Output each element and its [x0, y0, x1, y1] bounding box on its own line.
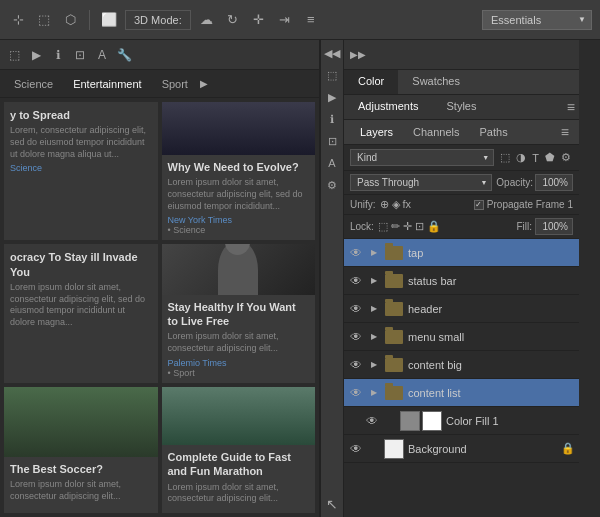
- fill-input[interactable]: 100%: [535, 218, 573, 235]
- layer-visibility-icon[interactable]: 👁: [348, 329, 364, 345]
- tab-styles[interactable]: Styles: [433, 95, 491, 119]
- list-item[interactable]: Stay Healthy If You Want to Live Free Lo…: [162, 244, 316, 382]
- workspace-dropdown[interactable]: Essentials: [482, 10, 592, 30]
- collapse-left-icon[interactable]: ◀◀: [323, 44, 341, 62]
- layer-visibility-icon[interactable]: 👁: [348, 441, 364, 457]
- list-item[interactable]: Why We Need to Evolve? Lorem ipsum dolor…: [162, 102, 316, 240]
- layer-item-tap[interactable]: 👁 ▶ tap: [344, 239, 579, 267]
- tab-layers[interactable]: Layers: [350, 121, 403, 143]
- layer-item-status-bar[interactable]: 👁 ▶ status bar: [344, 267, 579, 295]
- kind-dropdown[interactable]: Kind: [350, 149, 494, 166]
- layer-expand-icon[interactable]: ▶: [368, 331, 380, 343]
- middle-icon-7[interactable]: ⚙: [323, 176, 341, 194]
- filter-shape-icon[interactable]: ⬟: [543, 150, 557, 165]
- cat-science[interactable]: Science: [4, 74, 63, 94]
- rotate-icon[interactable]: ↻: [223, 10, 243, 30]
- article-title: The Best Soccer?: [10, 462, 152, 476]
- layer-visibility-icon[interactable]: 👁: [348, 357, 364, 373]
- left-tool-1[interactable]: ⬚: [6, 47, 22, 63]
- layer-item-color-fill[interactable]: 👁 Color Fill 1: [344, 407, 579, 435]
- more-icon[interactable]: ≡: [301, 10, 321, 30]
- push-icon[interactable]: ⇥: [275, 10, 295, 30]
- layer-visibility-icon[interactable]: 👁: [348, 385, 364, 401]
- middle-icon-5[interactable]: ⊡: [323, 132, 341, 150]
- layer-visibility-icon[interactable]: 👁: [348, 273, 364, 289]
- cat-entertainment[interactable]: Entertainment: [63, 74, 151, 94]
- layer-expand-icon[interactable]: ▶: [368, 303, 380, 315]
- layer-expand-icon[interactable]: ▶: [368, 359, 380, 371]
- left-tool-4[interactable]: ⊡: [72, 47, 88, 63]
- lock-position-icon[interactable]: ✛: [403, 220, 412, 233]
- middle-icon-2[interactable]: ⬚: [323, 66, 341, 84]
- tab-color[interactable]: Color: [344, 70, 398, 94]
- adj-options-icon[interactable]: ≡: [563, 95, 579, 119]
- unify-pos-icon[interactable]: ⊕: [380, 198, 389, 211]
- layer-expand-placeholder: [384, 415, 396, 427]
- filter-type-icon[interactable]: T: [530, 151, 541, 165]
- left-tool-3[interactable]: ℹ: [50, 47, 66, 63]
- lock-artboard-icon[interactable]: ⊡: [415, 220, 424, 233]
- filter-pixel-icon[interactable]: ⬚: [498, 150, 512, 165]
- tab-adjustments[interactable]: Adjustments: [344, 95, 433, 119]
- unify-style-icon[interactable]: ◈: [392, 198, 400, 211]
- 3d-icon[interactable]: ⬜: [99, 10, 119, 30]
- tab-swatches[interactable]: Swatches: [398, 70, 474, 94]
- filter-adjust-icon[interactable]: ◑: [514, 150, 528, 165]
- tab-channels[interactable]: Channels: [403, 121, 469, 143]
- opacity-control: Opacity: 100%: [496, 174, 573, 191]
- opacity-input[interactable]: 100%: [535, 174, 573, 191]
- propagate-checkbox[interactable]: ✓: [474, 200, 484, 210]
- layer-item-content-big[interactable]: 👁 ▶ content big: [344, 351, 579, 379]
- layer-item-background[interactable]: 👁 Background 🔒: [344, 435, 579, 463]
- cat-sport[interactable]: Sport: [152, 74, 198, 94]
- main-toolbar: ⊹ ⬚ ⬡ ⬜ 3D Mode: ☁ ↻ ✛ ⇥ ≡ Essentials: [0, 0, 600, 40]
- filter-smart-icon[interactable]: ⚙: [559, 150, 573, 165]
- article-body: Lorem ipsum dolor sit amet, consectetur …: [168, 482, 310, 505]
- tab-paths[interactable]: Paths: [470, 121, 518, 143]
- layer-visibility-icon[interactable]: 👁: [364, 413, 380, 429]
- layer-visibility-icon[interactable]: 👁: [348, 245, 364, 261]
- pan-icon[interactable]: ✛: [249, 10, 269, 30]
- middle-icon-6[interactable]: A: [323, 154, 341, 172]
- collapse-right-icon[interactable]: ▶▶: [350, 49, 366, 60]
- middle-icon-3[interactable]: ▶: [323, 88, 341, 106]
- left-tool-2[interactable]: ▶: [28, 47, 44, 63]
- middle-strip: ◀◀ ⬚ ▶ ℹ ⊡ A ⚙ ↖: [320, 40, 344, 517]
- cloud-icon[interactable]: ☁: [197, 10, 217, 30]
- list-item[interactable]: The Best Soccer? Lorem ipsum dolor sit a…: [4, 387, 158, 513]
- layer-item-content-list[interactable]: 👁 ▶ content list: [344, 379, 579, 407]
- unify-fx-icon[interactable]: fx: [403, 198, 412, 211]
- list-item[interactable]: Complete Guide to Fast and Fun Marathon …: [162, 387, 316, 513]
- list-item[interactable]: y to Spread Lorem, consectetur adipiscin…: [4, 102, 158, 240]
- layer-visibility-icon[interactable]: 👁: [348, 301, 364, 317]
- middle-icon-4[interactable]: ℹ: [323, 110, 341, 128]
- cat-next-arrow[interactable]: ▶: [200, 78, 208, 89]
- layers-options-icon[interactable]: ≡: [557, 120, 573, 144]
- layer-expand-icon[interactable]: ▶: [368, 275, 380, 287]
- article-title: Why We Need to Evolve?: [168, 160, 310, 174]
- transform-icon[interactable]: ⬡: [60, 10, 80, 30]
- artboard-icon[interactable]: ⬚: [34, 10, 54, 30]
- kind-label: Kind: [357, 152, 377, 163]
- article-body: Lorem ipsum dolor sit amet, consectetur …: [10, 479, 152, 502]
- lock-icons: ⬚ ✏ ✛ ⊡ 🔒: [378, 220, 441, 233]
- folder-icon: [385, 330, 403, 344]
- lock-pixel-icon[interactable]: ✏: [391, 220, 400, 233]
- right-panel: ▶▶ Color Swatches Adjustments Styles ≡ L…: [344, 40, 579, 517]
- layer-expand-placeholder: [368, 443, 380, 455]
- list-item[interactable]: ocracy To Stay ill Invade You Lorem ipsu…: [4, 244, 158, 382]
- article-title: Stay Healthy If You Want to Live Free: [168, 300, 310, 329]
- workspace-label: Essentials: [491, 14, 541, 26]
- move-icon[interactable]: ⊹: [8, 10, 28, 30]
- layer-expand-icon[interactable]: ▶: [368, 387, 380, 399]
- lock-transparency-icon[interactable]: ⬚: [378, 220, 388, 233]
- left-tool-6[interactable]: 🔧: [116, 47, 132, 63]
- lock-label: Lock:: [350, 221, 374, 232]
- article-title: Complete Guide to Fast and Fun Marathon: [168, 450, 310, 479]
- layer-item-menu-small[interactable]: 👁 ▶ menu small: [344, 323, 579, 351]
- left-tool-5[interactable]: A: [94, 47, 110, 63]
- blend-mode-dropdown[interactable]: Pass Through: [350, 174, 492, 191]
- lock-all-icon[interactable]: 🔒: [427, 220, 441, 233]
- layer-expand-icon[interactable]: ▶: [368, 247, 380, 259]
- layer-item-header[interactable]: 👁 ▶ header: [344, 295, 579, 323]
